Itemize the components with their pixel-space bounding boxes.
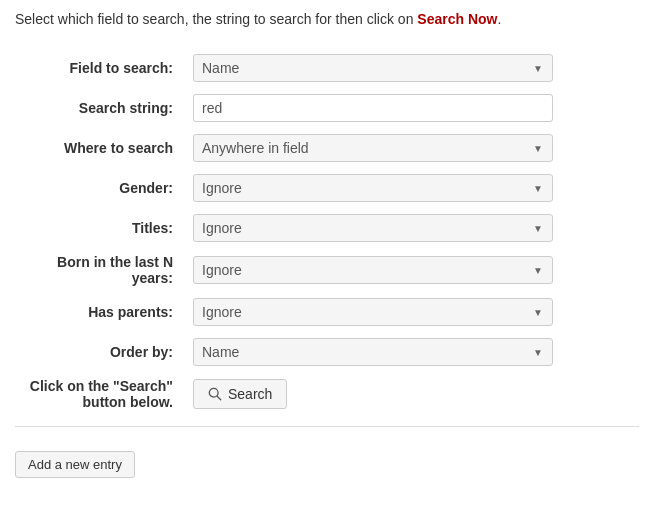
search-button[interactable]: Search [193, 379, 287, 409]
where-to-search-select[interactable]: Anywhere in field Start of field End of … [193, 134, 553, 162]
search-string-label: Search string: [79, 100, 173, 116]
has-parents-row: Has parents: Ignore Yes No [15, 292, 639, 332]
search-form: Field to search: Name Email Address Phon… [15, 48, 639, 416]
gender-row: Gender: Ignore Male Female [15, 168, 639, 208]
born-in-last-n-years-row: Born in the last N years: Ignore 1 5 10 … [15, 248, 639, 292]
titles-select[interactable]: Ignore Mr Mrs Ms Dr [193, 214, 553, 242]
field-to-search-select[interactable]: Name Email Address Phone [193, 54, 553, 82]
born-in-last-n-years-select[interactable]: Ignore 1 5 10 18 25 50 75 100 [193, 256, 553, 284]
born-in-last-n-years-wrapper: Ignore 1 5 10 18 25 50 75 100 [193, 256, 553, 284]
order-by-wrapper: Name Email Date added Gender [193, 338, 553, 366]
titles-row: Titles: Ignore Mr Mrs Ms Dr [15, 208, 639, 248]
where-to-search-row: Where to search Anywhere in field Start … [15, 128, 639, 168]
has-parents-label: Has parents: [88, 304, 173, 320]
click-instruction-label: Click on the "Search" button below. [30, 378, 173, 410]
add-new-entry-button[interactable]: Add a new entry [15, 451, 135, 478]
search-button-row: Click on the "Search" button below. Sear… [15, 372, 639, 416]
intro-text: Select which field to search, the string… [15, 10, 639, 30]
order-by-select[interactable]: Name Email Date added Gender [193, 338, 553, 366]
has-parents-wrapper: Ignore Yes No [193, 298, 553, 326]
titles-wrapper: Ignore Mr Mrs Ms Dr [193, 214, 553, 242]
order-by-label: Order by: [110, 344, 173, 360]
field-to-search-label: Field to search: [70, 60, 173, 76]
field-to-search-wrapper: Name Email Address Phone [193, 54, 553, 82]
search-icon [208, 387, 222, 401]
gender-label: Gender: [119, 180, 173, 196]
gender-wrapper: Ignore Male Female [193, 174, 553, 202]
titles-label: Titles: [132, 220, 173, 236]
search-string-row: Search string: [15, 88, 639, 128]
svg-line-1 [217, 396, 221, 400]
order-by-row: Order by: Name Email Date added Gender [15, 332, 639, 372]
born-in-last-n-years-label: Born in the last N years: [57, 254, 173, 286]
where-to-search-wrapper: Anywhere in field Start of field End of … [193, 134, 553, 162]
divider [15, 426, 639, 427]
field-to-search-row: Field to search: Name Email Address Phon… [15, 48, 639, 88]
gender-select[interactable]: Ignore Male Female [193, 174, 553, 202]
has-parents-select[interactable]: Ignore Yes No [193, 298, 553, 326]
search-string-input[interactable] [193, 94, 553, 122]
where-to-search-label: Where to search [64, 140, 173, 156]
